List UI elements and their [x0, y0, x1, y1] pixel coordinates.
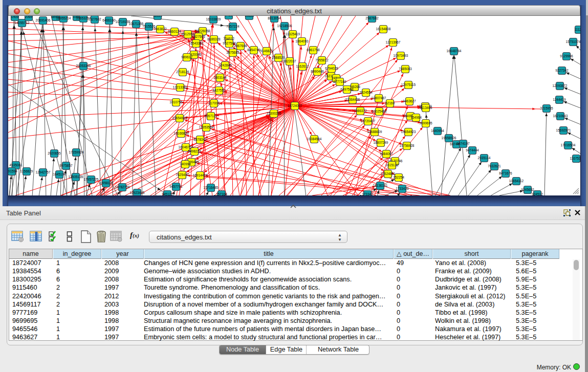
- svg-text:18724007: 18724007: [288, 104, 302, 107]
- svg-text:10719155: 10719155: [116, 20, 130, 24]
- svg-text:18955214: 18955214: [56, 16, 71, 20]
- svg-text:1864093: 1864093: [295, 39, 309, 43]
- svg-text:157164: 157164: [216, 192, 227, 195]
- svg-text:5498222: 5498222: [188, 149, 201, 153]
- svg-text:1527602: 1527602: [88, 17, 101, 21]
- svg-text:1162612: 1162612: [296, 64, 309, 68]
- svg-text:62160: 62160: [385, 101, 395, 105]
- svg-text:29053346: 29053346: [76, 64, 91, 68]
- svg-text:945122: 945122: [162, 192, 173, 195]
- svg-text:6794028: 6794028: [325, 67, 338, 70]
- svg-text:8471676: 8471676: [499, 171, 512, 175]
- svg-text:154964: 154964: [410, 116, 422, 119]
- svg-text:12923445: 12923445: [130, 191, 145, 194]
- svg-text:17016504: 17016504: [561, 143, 576, 147]
- svg-text:12093872: 12093872: [553, 84, 568, 87]
- svg-text:2803144: 2803144: [213, 76, 227, 79]
- svg-text:8427552: 8427552: [212, 89, 226, 92]
- svg-text:17957225: 17957225: [84, 178, 99, 181]
- svg-text:8878342: 8878342: [193, 138, 207, 141]
- svg-text:16914479: 16914479: [193, 173, 208, 177]
- svg-text:9113465: 9113465: [420, 106, 432, 110]
- svg-text:9084067: 9084067: [380, 152, 393, 156]
- svg-text:8660124: 8660124: [168, 30, 181, 33]
- svg-text:10973493: 10973493: [394, 54, 408, 57]
- svg-text:14055712: 14055712: [15, 21, 30, 25]
- svg-text:3215955: 3215955: [540, 106, 553, 110]
- svg-text:9777169: 9777169: [333, 80, 346, 83]
- svg-text:15751074: 15751074: [566, 40, 580, 43]
- svg-text:173342: 173342: [362, 192, 373, 195]
- svg-text:10654112: 10654112: [509, 179, 524, 183]
- svg-text:4535061: 4535061: [9, 163, 23, 167]
- svg-text:317004: 317004: [208, 101, 220, 105]
- svg-text:15720407: 15720407: [361, 119, 376, 123]
- svg-text:15300295: 15300295: [267, 112, 281, 115]
- svg-text:140994: 140994: [180, 162, 191, 166]
- svg-text:16543382: 16543382: [189, 41, 204, 45]
- svg-text:989612: 989612: [181, 55, 192, 59]
- svg-text:1640954: 1640954: [431, 129, 444, 133]
- svg-text:3875685: 3875685: [226, 51, 239, 54]
- svg-text:16136141: 16136141: [373, 184, 388, 187]
- svg-text:9474444: 9474444: [466, 148, 479, 152]
- svg-text:7986372: 7986372: [354, 109, 367, 113]
- svg-text:16648784: 16648784: [447, 49, 462, 53]
- svg-text:9975857: 9975857: [59, 164, 73, 167]
- svg-text:2588520: 2588520: [272, 56, 285, 59]
- svg-text:15716485: 15716485: [204, 186, 219, 189]
- svg-text:19654923: 19654923: [401, 130, 416, 134]
- svg-text:924512: 924512: [532, 192, 543, 195]
- svg-text:6497568: 6497568: [340, 87, 354, 91]
- svg-text:1615132: 1615132: [385, 163, 399, 167]
- svg-text:16154808: 16154808: [376, 27, 391, 31]
- svg-text:7625402: 7625402: [176, 173, 189, 177]
- svg-text:9474197: 9474197: [456, 142, 470, 145]
- svg-text:2718126: 2718126: [176, 70, 189, 74]
- svg-text:6466160: 6466160: [102, 18, 116, 22]
- svg-text:8186328: 8186328: [207, 37, 221, 41]
- svg-text:9699695: 9699695: [419, 121, 432, 125]
- svg-text:12975115: 12975115: [401, 83, 416, 86]
- svg-text:11353594: 11353594: [199, 125, 214, 129]
- svg-text:17359924: 17359924: [69, 150, 84, 154]
- svg-text:15692971: 15692971: [556, 128, 571, 132]
- svg-text:7955812: 7955812: [315, 58, 329, 62]
- svg-text:8267110: 8267110: [205, 114, 217, 118]
- svg-text:2935114: 2935114: [478, 156, 491, 160]
- svg-text:9457791: 9457791: [169, 185, 183, 188]
- svg-text:16033809: 16033809: [206, 17, 221, 21]
- svg-text:19654923: 19654923: [172, 116, 187, 120]
- svg-text:9146821: 9146821: [260, 49, 273, 53]
- svg-text:3822037: 3822037: [283, 59, 296, 63]
- svg-text:1733426: 1733426: [396, 187, 409, 190]
- svg-text:10853: 10853: [245, 16, 254, 17]
- svg-text:391594: 391594: [8, 169, 17, 173]
- svg-text:9242845: 9242845: [219, 63, 232, 67]
- svg-text:1405: 1405: [11, 16, 19, 18]
- svg-text:2987682: 2987682: [365, 16, 379, 20]
- svg-text:11325419: 11325419: [286, 32, 300, 36]
- svg-text:12213382: 12213382: [173, 85, 188, 89]
- svg-text:9227342: 9227342: [555, 69, 569, 72]
- svg-text:3824554: 3824554: [359, 91, 373, 94]
- svg-text:10671355: 10671355: [129, 22, 144, 26]
- svg-text:1167534: 1167534: [570, 157, 580, 160]
- svg-text:16210643: 16210643: [553, 114, 568, 118]
- svg-text:18119: 18119: [153, 16, 162, 17]
- svg-text:10958117: 10958117: [99, 181, 114, 185]
- svg-text:11124: 11124: [574, 28, 580, 31]
- svg-text:2020655: 2020655: [48, 151, 61, 155]
- svg-text:19756928: 19756928: [400, 144, 415, 147]
- svg-text:9129966: 9129966: [560, 54, 573, 58]
- svg-text:2967608: 2967608: [234, 44, 247, 48]
- svg-text:16782759: 16782759: [115, 185, 130, 189]
- svg-text:7632621: 7632621: [488, 164, 501, 168]
- svg-text:10025488: 10025488: [372, 110, 387, 113]
- svg-text:8813054: 8813054: [268, 16, 281, 20]
- svg-text:2069: 2069: [25, 16, 33, 18]
- svg-text:8990448: 8990448: [311, 70, 324, 73]
- svg-text:7485083: 7485083: [399, 67, 412, 71]
- svg-text:1156829: 1156829: [20, 169, 33, 173]
- svg-text:20691406: 20691406: [36, 18, 51, 22]
